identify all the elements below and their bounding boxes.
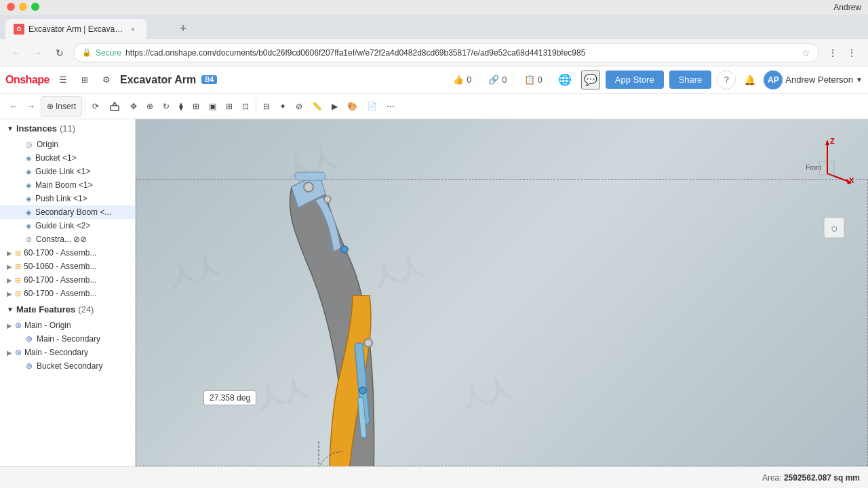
mate-expand-3: ▶ bbox=[7, 349, 12, 357]
user-menu[interactable]: AP Andrew Peterson ▼ bbox=[764, 70, 863, 89]
push-link-label: Push Link <1> bbox=[35, 194, 87, 203]
replicate-button[interactable]: ⊡ bbox=[238, 96, 253, 117]
bookmark-icon[interactable]: ☆ bbox=[802, 47, 810, 58]
likes-count: 0 bbox=[467, 75, 471, 85]
help-button[interactable]: ? bbox=[717, 70, 736, 89]
group-50-1060[interactable]: ▶ ⊞ 50-1060 - Assemb... bbox=[0, 260, 135, 273]
lock-icon: 🔒 bbox=[82, 48, 92, 57]
settings-button[interactable]: ⚙ bbox=[98, 72, 115, 88]
render-button[interactable]: 🎨 bbox=[343, 96, 361, 117]
svg-point-13 bbox=[341, 246, 348, 253]
forward-button[interactable]: → bbox=[30, 45, 46, 61]
group-60-1700-3[interactable]: ▶ ⊞ 60-1700 - Assemb... bbox=[0, 287, 135, 300]
view-cube[interactable]: ⬡ bbox=[821, 214, 848, 244]
pattern-button[interactable]: ⊞ bbox=[222, 96, 237, 117]
redo-button[interactable]: → bbox=[23, 96, 39, 117]
copies-stat[interactable]: 📋 0 bbox=[519, 75, 549, 85]
minimize-button[interactable] bbox=[19, 3, 27, 11]
mate-label-1: Main - Origin bbox=[24, 321, 71, 330]
hamburger-menu-button[interactable]: ☰ bbox=[55, 72, 71, 88]
active-tab[interactable]: O Excavator Arm | Excavator As... × bbox=[5, 19, 146, 39]
tree-item-guide-link-1[interactable]: ◈ Guide Link <1> bbox=[0, 165, 135, 178]
mate-button[interactable]: ⧫ bbox=[175, 96, 187, 117]
instances-header[interactable]: ▼ Instances (11) bbox=[0, 119, 135, 138]
instances-count: (11) bbox=[60, 123, 75, 134]
left-panel: ▼ Instances (11) ◎ Origin ◈ Bucket <1> ◈… bbox=[0, 119, 136, 466]
back-button[interactable]: ← bbox=[8, 45, 24, 61]
chat-button[interactable]: 💬 bbox=[581, 70, 600, 89]
area-value: 2592562.087 sq mm bbox=[784, 473, 860, 483]
status-bar: Area: 2592562.087 sq mm bbox=[0, 466, 868, 488]
main-layout: ▼ Instances (11) ◎ Origin ◈ Bucket <1> ◈… bbox=[0, 119, 868, 466]
svg-marker-16 bbox=[825, 140, 829, 145]
new-tab-placeholder bbox=[146, 19, 174, 39]
secure-label: Secure bbox=[96, 48, 121, 58]
links-count: 0 bbox=[502, 75, 507, 85]
group-icon-3: ⊞ bbox=[15, 276, 21, 285]
menu-button[interactable]: ⋮ bbox=[844, 45, 860, 61]
mate-label-4: Bucket Secondary bbox=[37, 361, 102, 371]
svg-rect-7 bbox=[295, 172, 326, 180]
explode-button[interactable]: ✦ bbox=[275, 96, 290, 117]
transform-button[interactable]: ✥ bbox=[126, 96, 141, 117]
copies-count: 0 bbox=[538, 75, 542, 85]
mate-bucket-secondary[interactable]: ⊛ Bucket Secondary bbox=[0, 359, 135, 373]
mate-connector-button[interactable]: ⊞ bbox=[189, 96, 203, 117]
grid-button[interactable]: ⊟ bbox=[259, 96, 274, 117]
tree-item-guide-link-2[interactable]: ◈ Guide Link <2> bbox=[0, 219, 135, 232]
likes-stat[interactable]: 👍 0 bbox=[448, 75, 477, 85]
tree-item-secondary-boom[interactable]: ◈ Secondary Boom <... bbox=[0, 205, 135, 219]
group-label-2: 50-1060 - Assemb... bbox=[24, 262, 96, 271]
tree-item-constraints[interactable]: ⊘ Constra... ⊘⊘ bbox=[0, 232, 135, 246]
group-label-1: 60-1700 - Assemb... bbox=[24, 248, 96, 258]
share-button[interactable]: Share bbox=[669, 70, 712, 89]
undo-button[interactable]: ← bbox=[5, 96, 22, 117]
tree-item-push-link[interactable]: ◈ Push Link <1> bbox=[0, 192, 135, 205]
mate-icon-1: ⊛ bbox=[15, 321, 22, 330]
drawing-button[interactable]: 📄 bbox=[363, 96, 381, 117]
mate-features-header[interactable]: ▼ Mate Features (24) bbox=[0, 300, 135, 319]
svg-point-9 bbox=[364, 339, 372, 347]
maximize-button[interactable] bbox=[31, 3, 39, 11]
mate-features-expand-icon: ▼ bbox=[7, 306, 14, 313]
revolve-button[interactable]: ⟳ bbox=[88, 96, 103, 117]
origin-label: Origin bbox=[37, 140, 58, 149]
section-button[interactable]: ⊘ bbox=[292, 96, 307, 117]
close-button[interactable] bbox=[7, 3, 15, 11]
tree-item-main-boom[interactable]: ◈ Main Boom <1> bbox=[0, 178, 135, 192]
secondary-boom-label: Secondary Boom <... bbox=[35, 207, 111, 217]
mate-label-2: Main - Secondary bbox=[37, 334, 100, 344]
toolbar-divider-1 bbox=[85, 98, 85, 115]
group-expand-icon-4: ▶ bbox=[7, 290, 12, 298]
tree-item-bucket[interactable]: ◈ Bucket <1> bbox=[0, 151, 135, 165]
new-tab-button[interactable]: + bbox=[174, 19, 193, 38]
instances-expand-icon: ▼ bbox=[7, 125, 14, 132]
tab-close-button[interactable]: × bbox=[127, 24, 138, 35]
mate-main-secondary-1[interactable]: ⊛ Main - Secondary bbox=[0, 332, 135, 346]
onshape-toolbar: Onshape ☰ ⊞ ⚙ Excavator Arm B4 👍 0 🔗 0 📋… bbox=[0, 66, 868, 94]
links-stat[interactable]: 🔗 0 bbox=[483, 75, 513, 85]
app-store-button[interactable]: App Store bbox=[606, 70, 664, 89]
mate-main-secondary-2[interactable]: ▶ ⊛ Main - Secondary bbox=[0, 346, 135, 359]
svg-text:⬡: ⬡ bbox=[831, 225, 837, 232]
macos-user: Andrew bbox=[833, 3, 861, 12]
extrude-button[interactable] bbox=[104, 96, 125, 117]
group-button[interactable]: ▣ bbox=[205, 96, 220, 117]
tree-item-origin[interactable]: ◎ Origin bbox=[0, 138, 135, 151]
rotate-button[interactable]: ↻ bbox=[159, 96, 174, 117]
cad-viewport[interactable]: 人人 人人 人人 人人 人人 人人 bbox=[136, 119, 868, 466]
onshape-logo[interactable]: Onshape bbox=[5, 74, 50, 86]
insert-button[interactable]: ⊕ Insert bbox=[41, 96, 82, 117]
group-icon-4: ⊞ bbox=[15, 289, 21, 298]
reload-button[interactable]: ↻ bbox=[52, 45, 68, 61]
move-button[interactable]: ⊕ bbox=[142, 96, 157, 117]
filter-button[interactable]: ⊞ bbox=[77, 72, 93, 88]
animate-button[interactable]: ▶ bbox=[328, 96, 342, 117]
measure-button[interactable]: 📏 bbox=[308, 96, 326, 117]
group-60-1700-1[interactable]: ▶ ⊞ 60-1700 - Assemb... bbox=[0, 246, 135, 260]
more-button[interactable]: ⋯ bbox=[382, 96, 399, 117]
extensions-button[interactable]: ⋮ bbox=[825, 45, 841, 61]
url-bar[interactable]: 🔒 Secure https://cad.onshape.com/documen… bbox=[73, 43, 819, 62]
group-60-1700-2[interactable]: ▶ ⊞ 60-1700 - Assemb... bbox=[0, 273, 135, 287]
mate-main-origin[interactable]: ▶ ⊛ Main - Origin bbox=[0, 319, 135, 332]
